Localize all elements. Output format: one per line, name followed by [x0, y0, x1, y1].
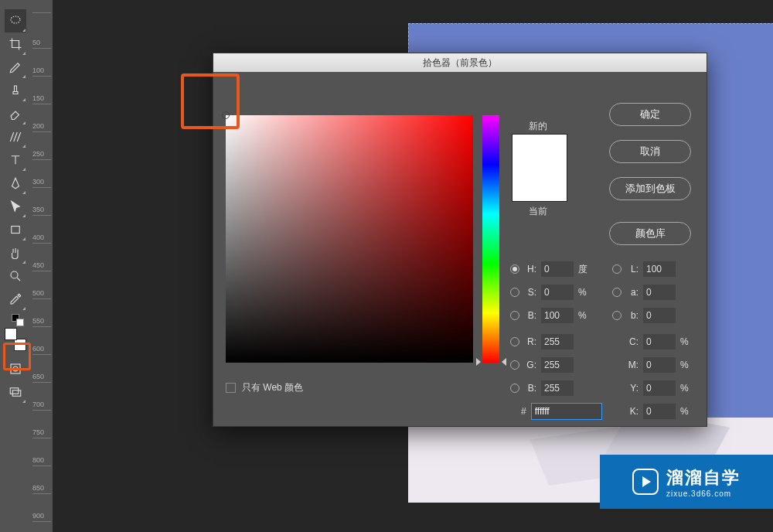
svg-point-2: [11, 271, 18, 278]
tool-screenmode[interactable]: [5, 380, 26, 404]
fg-color-swatch[interactable]: [5, 328, 17, 340]
web-colors-checkbox[interactable]: [226, 383, 236, 393]
h-radio[interactable]: [510, 264, 519, 274]
brush-icon: [9, 60, 22, 74]
color-swatches[interactable]: [5, 328, 26, 351]
ruler-tick: 250: [32, 150, 51, 160]
ruler-tick: 200: [32, 122, 51, 132]
tool-eraser[interactable]: [5, 102, 26, 125]
hue-slider[interactable]: [482, 115, 499, 363]
tool-eyedropper[interactable]: [5, 288, 26, 311]
l-radio[interactable]: [612, 264, 621, 274]
ruler-tick: 800: [32, 456, 51, 466]
g-radio[interactable]: [510, 360, 519, 370]
s-radio[interactable]: [510, 288, 519, 297]
b-hsb-field: B: %: [510, 307, 591, 324]
g-field: G:: [510, 356, 574, 373]
hex-field: #: [521, 403, 602, 420]
a-field: a:: [612, 284, 676, 301]
tool-brush[interactable]: [5, 56, 26, 79]
s-field: S: %: [510, 284, 591, 301]
hue-arrow-left: [476, 358, 481, 366]
quickmask-icon: [9, 362, 22, 376]
color-field[interactable]: [226, 115, 473, 363]
ruler-tick: 50: [32, 39, 51, 49]
tool-hand[interactable]: [5, 241, 26, 264]
ruler-tick: 300: [32, 178, 51, 188]
color-preview: [512, 134, 567, 202]
svg-rect-5: [10, 388, 19, 394]
b-lab-radio[interactable]: [612, 311, 621, 320]
web-colors-label: 只有 Web 颜色: [242, 381, 303, 394]
r-field: R:: [510, 333, 574, 350]
c-field: C: %: [626, 333, 693, 350]
k-input[interactable]: [643, 404, 676, 419]
y-input[interactable]: [643, 380, 676, 396]
stamp-icon: [9, 84, 22, 97]
ruler-tick: 750: [32, 428, 51, 438]
hex-input[interactable]: [531, 403, 602, 420]
s-input[interactable]: [541, 285, 574, 300]
vertical-ruler: 50 100 150 200 250 300 350 400 450 500 5…: [31, 0, 53, 532]
b-lab-input[interactable]: [643, 308, 676, 323]
tool-quickmask[interactable]: [5, 357, 26, 380]
cancel-button[interactable]: 取消: [609, 140, 691, 163]
tool-path-select[interactable]: [5, 195, 26, 218]
b-lab-field: b:: [612, 307, 676, 324]
watermark-url: zixue.3d66.com: [666, 489, 731, 498]
y-field: Y: %: [626, 380, 693, 397]
tool-gradient[interactable]: [5, 125, 26, 148]
svg-point-4: [13, 367, 18, 371]
tool-stamp[interactable]: [5, 79, 26, 102]
b-hsb-input[interactable]: [541, 308, 574, 323]
b-rgb-field: B:: [510, 380, 574, 397]
current-color-label: 当前: [529, 205, 547, 218]
g-input[interactable]: [541, 357, 574, 373]
svg-rect-1: [12, 227, 20, 234]
l-field: L:: [612, 261, 676, 278]
c-input[interactable]: [643, 334, 676, 350]
ruler-tick: 600: [32, 345, 51, 355]
tool-crop[interactable]: [5, 32, 26, 56]
bg-color-swatch[interactable]: [14, 339, 26, 351]
a-radio[interactable]: [612, 288, 621, 297]
tool-zoom[interactable]: [5, 264, 26, 288]
tool-shape[interactable]: [5, 218, 26, 241]
ruler-tick: 350: [32, 206, 51, 216]
ruler-tick: 700: [32, 401, 51, 411]
ruler-tick: 550: [32, 317, 51, 327]
r-input[interactable]: [541, 334, 574, 350]
tool-text[interactable]: [5, 148, 26, 172]
svg-rect-6: [12, 390, 21, 397]
ok-button[interactable]: 确定: [609, 103, 691, 126]
m-field: M: %: [626, 356, 693, 373]
r-radio[interactable]: [510, 337, 519, 346]
ruler-tick: [32, 11, 51, 13]
eyedropper-icon: [9, 292, 22, 306]
h-input[interactable]: [541, 261, 574, 277]
color-field-cursor[interactable]: [222, 111, 230, 119]
l-input[interactable]: [643, 261, 676, 277]
tool-pen[interactable]: [5, 172, 26, 195]
hex-symbol: #: [521, 406, 526, 417]
ruler-tick: 850: [32, 484, 51, 494]
b-rgb-input[interactable]: [541, 380, 574, 396]
color-picker-dialog: 拾色器（前景色） 新的 当前 确定 取消 添加到色板 颜色库 H: 度 S: %: [213, 53, 707, 427]
b-rgb-radio[interactable]: [510, 384, 519, 393]
a-input[interactable]: [643, 285, 676, 300]
m-input[interactable]: [643, 357, 676, 373]
svg-point-0: [11, 16, 20, 23]
tool-lasso[interactable]: [5, 9, 26, 32]
gradient-icon: [9, 130, 22, 144]
ruler-tick: 900: [32, 512, 51, 522]
ruler-tick: 400: [32, 234, 51, 244]
toolbar: [0, 0, 31, 532]
add-swatch-button[interactable]: 添加到色板: [609, 177, 691, 200]
color-library-button[interactable]: 颜色库: [609, 222, 691, 245]
default-colors[interactable]: [5, 311, 26, 325]
pen-icon: [9, 176, 22, 190]
dialog-titlebar[interactable]: 拾色器（前景色）: [213, 53, 707, 72]
svg-rect-3: [11, 364, 20, 373]
web-colors-checkbox-row: 只有 Web 颜色: [226, 381, 303, 394]
b-hsb-radio[interactable]: [510, 311, 519, 320]
